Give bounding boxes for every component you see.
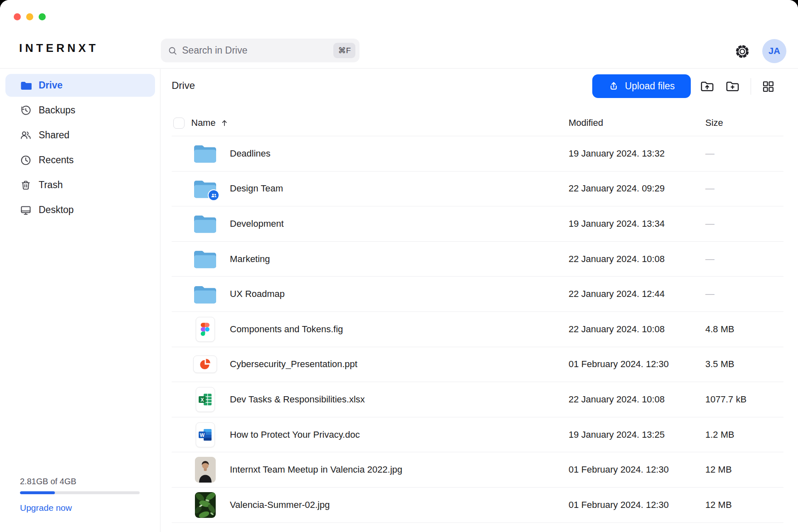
toolbar [700, 78, 775, 95]
file-name: How to Protect Your Privacy.doc [230, 429, 360, 440]
file-name: UX Roadmap [230, 289, 285, 299]
file-modified: 22 January 2024. 09:29 [569, 183, 705, 194]
shared-people-icon [20, 130, 32, 141]
gear-icon [735, 44, 750, 59]
folder-icon [193, 285, 217, 304]
column-header-name[interactable]: Name [172, 118, 569, 129]
sidebar: Drive Backups Shared Recents Trash Deskt… [0, 69, 160, 532]
window-controls [14, 13, 46, 20]
file-table: Name Modified Size Deadlines 19 January … [172, 110, 783, 523]
table-row[interactable]: Design Team 22 January 2024. 09:29 — [172, 172, 783, 207]
new-folder-button[interactable] [725, 79, 740, 94]
sidebar-item-label: Shared [39, 130, 69, 141]
sidebar-item-backups[interactable]: Backups [5, 99, 155, 122]
avatar[interactable]: JA [762, 39, 786, 63]
sidebar-item-desktop[interactable]: Desktop [5, 199, 155, 221]
svg-text:X: X [200, 397, 204, 402]
main-content: Drive Upload files Name [160, 69, 798, 532]
table-row[interactable]: UX Roadmap 22 January 2024. 12:44 — [172, 277, 783, 312]
page-title: Drive [172, 80, 195, 91]
file-name: Components and Tokens.fig [230, 324, 343, 335]
sidebar-item-icon-slot [20, 105, 32, 116]
column-header-size[interactable]: Size [705, 118, 783, 128]
table-row[interactable]: Marketing 22 January 2024. 10:08 — [172, 242, 783, 277]
close-button[interactable] [14, 13, 21, 20]
toolbar-divider [751, 78, 751, 95]
table-row[interactable]: Valencia-Summer-02.jpg 01 February 2024.… [172, 488, 783, 523]
sort-ascending-icon [220, 118, 229, 127]
sidebar-item-drive[interactable]: Drive [5, 74, 155, 97]
file-table-body: Deadlines 19 January 2024. 13:32 — Desig… [172, 136, 783, 523]
sidebar-item-icon-slot [20, 154, 32, 166]
trash-icon [20, 179, 32, 191]
excel-file-icon: X [196, 387, 215, 412]
file-modified: 01 February 2024. 12:30 [569, 500, 705, 510]
file-size: 1.2 MB [705, 429, 783, 440]
file-icon-slot [193, 492, 217, 518]
grid-view-button[interactable] [762, 80, 775, 93]
storage-progress-track [20, 491, 140, 494]
storage-progress-fill [20, 491, 55, 494]
upgrade-now-link[interactable]: Upgrade now [20, 503, 140, 513]
file-name: Cybersecurity_Presentation.ppt [230, 359, 357, 370]
file-name: Deadlines [230, 148, 271, 159]
search-input[interactable] [182, 45, 328, 56]
file-modified: 22 January 2024. 10:08 [569, 394, 705, 405]
file-icon-slot [193, 316, 217, 343]
file-modified: 19 January 2024. 13:34 [569, 218, 705, 229]
settings-button[interactable] [734, 43, 751, 60]
recents-clock-icon [20, 154, 32, 166]
table-row[interactable]: Deadlines 19 January 2024. 13:32 — [172, 136, 783, 172]
file-modified: 01 February 2024. 12:30 [569, 464, 705, 475]
table-row[interactable]: X Dev Tasks & Responsibilities.xlsx 22 J… [172, 382, 783, 417]
backups-history-icon [20, 105, 32, 116]
table-row[interactable]: W How to Protect Your Privacy.doc 19 Jan… [172, 417, 783, 453]
file-icon-slot [193, 351, 217, 378]
file-name: Dev Tasks & Responsibilities.xlsx [230, 394, 365, 405]
storage-section: 2.81GB of 4GB Upgrade now [20, 477, 140, 513]
sidebar-item-trash[interactable]: Trash [5, 174, 155, 196]
minimize-button[interactable] [26, 13, 33, 20]
folder-icon [193, 214, 217, 233]
file-size: — [705, 148, 783, 159]
svg-text:W: W [200, 432, 204, 438]
table-row[interactable]: Cybersecurity_Presentation.ppt 01 Februa… [172, 347, 783, 382]
sidebar-item-label: Recents [39, 154, 74, 166]
sidebar-item-label: Trash [39, 179, 63, 191]
file-name-cell: W How to Protect Your Privacy.doc [172, 422, 569, 448]
photo-thumbnail-person [195, 457, 216, 483]
sidebar-item-icon-slot [20, 179, 32, 191]
word-file-icon: W [196, 422, 215, 447]
file-icon-slot [193, 456, 217, 483]
column-header-modified[interactable]: Modified [569, 118, 705, 128]
shared-folder-badge [208, 189, 219, 201]
select-all-checkbox[interactable] [173, 118, 185, 129]
file-icon-slot [193, 246, 217, 272]
sidebar-item-icon-slot [20, 204, 32, 216]
app-header: INTERNXT ⌘F JA [0, 0, 798, 69]
file-modified: 19 January 2024. 13:25 [569, 429, 705, 440]
table-row[interactable]: Components and Tokens.fig 22 January 202… [172, 312, 783, 347]
maximize-button[interactable] [39, 13, 46, 20]
file-icon-slot: W [193, 422, 217, 448]
upload-files-button[interactable]: Upload files [592, 74, 691, 98]
file-size: 12 MB [705, 500, 783, 510]
sidebar-item-recents[interactable]: Recents [5, 149, 155, 172]
file-size: — [705, 218, 783, 229]
search-bar[interactable]: ⌘F [161, 39, 360, 62]
upload-folder-button[interactable] [700, 79, 714, 94]
desktop-icon [20, 204, 32, 216]
file-size: — [705, 183, 783, 194]
folder-icon [193, 144, 217, 163]
sidebar-item-shared[interactable]: Shared [5, 124, 155, 147]
sidebar-nav: Drive Backups Shared Recents Trash Deskt… [0, 69, 160, 221]
upload-files-label: Upload files [625, 81, 675, 92]
table-row[interactable]: Development 19 January 2024. 13:34 — [172, 206, 783, 242]
table-row[interactable]: Internxt Team Meetup in Valencia 2022.jp… [172, 452, 783, 488]
folder-icon [193, 250, 217, 268]
app-window: INTERNXT ⌘F JA Drive Backups Shared Rece… [0, 0, 798, 532]
file-name-cell: Valencia-Summer-02.jpg [172, 492, 569, 518]
file-name-cell: UX Roadmap [172, 281, 569, 307]
file-name: Marketing [230, 254, 270, 265]
sidebar-item-label: Backups [39, 105, 75, 116]
